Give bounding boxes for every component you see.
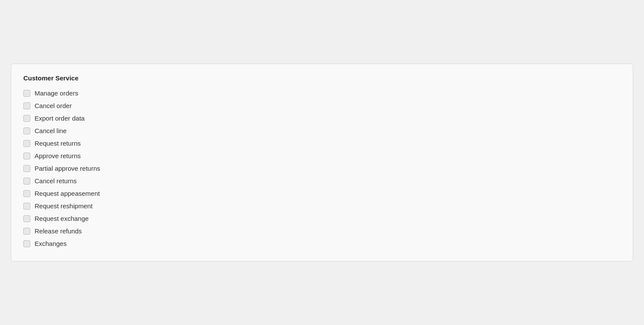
customer-service-card: Customer Service Manage ordersCancel ord… bbox=[11, 64, 633, 261]
checkbox-export-order-data[interactable] bbox=[23, 115, 30, 122]
label-request-appeasement[interactable]: Request appeasement bbox=[35, 190, 100, 197]
checkbox-manage-orders[interactable] bbox=[23, 90, 30, 97]
section-title: Customer Service bbox=[23, 74, 621, 82]
checkbox-request-appeasement[interactable] bbox=[23, 190, 30, 197]
list-item: Partial approve returns bbox=[23, 165, 621, 172]
label-release-refunds[interactable]: Release refunds bbox=[35, 227, 82, 235]
checkbox-request-returns[interactable] bbox=[23, 140, 30, 147]
label-partial-approve-returns[interactable]: Partial approve returns bbox=[35, 165, 100, 172]
checkbox-request-exchange[interactable] bbox=[23, 215, 30, 222]
list-item: Export order data bbox=[23, 115, 621, 122]
label-request-returns[interactable]: Request returns bbox=[35, 140, 81, 147]
label-request-reshipment[interactable]: Request reshipment bbox=[35, 202, 92, 210]
checkbox-release-refunds[interactable] bbox=[23, 228, 30, 235]
label-approve-returns[interactable]: Approve returns bbox=[35, 152, 81, 159]
list-item: Request reshipment bbox=[23, 202, 621, 210]
list-item: Cancel returns bbox=[23, 177, 621, 185]
checkbox-partial-approve-returns[interactable] bbox=[23, 165, 30, 172]
list-item: Exchanges bbox=[23, 240, 621, 247]
label-cancel-returns[interactable]: Cancel returns bbox=[35, 177, 77, 185]
list-item: Request returns bbox=[23, 140, 621, 147]
checkbox-request-reshipment[interactable] bbox=[23, 203, 30, 210]
checkbox-cancel-returns[interactable] bbox=[23, 178, 30, 185]
checkbox-cancel-order[interactable] bbox=[23, 102, 30, 109]
list-item: Request appeasement bbox=[23, 190, 621, 197]
label-request-exchange[interactable]: Request exchange bbox=[35, 215, 89, 222]
list-item: Cancel line bbox=[23, 127, 621, 134]
permission-list: Manage ordersCancel orderExport order da… bbox=[23, 89, 621, 247]
list-item: Manage orders bbox=[23, 89, 621, 97]
checkbox-exchanges[interactable] bbox=[23, 240, 30, 247]
label-exchanges[interactable]: Exchanges bbox=[35, 240, 67, 247]
list-item: Request exchange bbox=[23, 215, 621, 222]
list-item: Approve returns bbox=[23, 152, 621, 159]
list-item: Cancel order bbox=[23, 102, 621, 109]
checkbox-cancel-line[interactable] bbox=[23, 127, 30, 134]
label-cancel-order[interactable]: Cancel order bbox=[35, 102, 72, 109]
label-export-order-data[interactable]: Export order data bbox=[35, 115, 85, 122]
list-item: Release refunds bbox=[23, 227, 621, 235]
label-cancel-line[interactable]: Cancel line bbox=[35, 127, 67, 134]
label-manage-orders[interactable]: Manage orders bbox=[35, 89, 78, 97]
checkbox-approve-returns[interactable] bbox=[23, 153, 30, 159]
